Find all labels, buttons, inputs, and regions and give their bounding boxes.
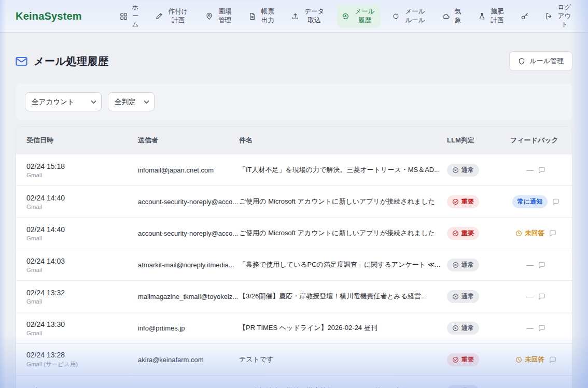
account-filter-select[interactable]: 全アカウント — [25, 92, 102, 111]
feedback-empty: — — [526, 166, 534, 174]
nav-label: 施肥計画 — [490, 7, 505, 25]
rule-management-button[interactable]: ルール管理 — [509, 51, 572, 71]
nav-item-mail-rules[interactable]: メールルール — [387, 5, 431, 27]
nav-label: 帳票出力 — [260, 7, 275, 25]
pen-icon — [155, 12, 163, 20]
table-row[interactable]: 02/24 13:28 Gmail (サービス用) akira@keinafar… — [16, 343, 572, 375]
judgment-cell: 通常 — [447, 290, 510, 303]
judgment-badge-normal: 通常 — [447, 322, 479, 335]
table-row[interactable]: 02/24 12:10 digital@kochinews.jp 四万十福祉専門… — [16, 375, 572, 388]
feedback-empty: — — [526, 292, 534, 300]
account-name: Gmail — [26, 330, 138, 336]
nav-item-fertilizer-plan[interactable]: 施肥計画 — [473, 5, 510, 27]
received-datetime: 02/24 13:30 — [26, 320, 138, 328]
account-name: Gmail — [26, 172, 138, 178]
received-cell: 02/24 13:28 Gmail (サービス用) — [26, 351, 138, 368]
judgment-badge-normal: 通常 — [447, 385, 479, 388]
comment-icon[interactable] — [538, 324, 545, 332]
judgment-cell: 重要 — [447, 353, 510, 366]
received-datetime: 02/24 13:32 — [26, 289, 138, 297]
judgment-cell: 通常 — [447, 385, 510, 388]
comment-icon[interactable] — [549, 229, 556, 237]
brand-logo[interactable]: KeinaSystem — [16, 10, 82, 22]
nav-item-data-import[interactable]: データ取込 — [287, 5, 330, 27]
account-name: Gmail — [26, 267, 138, 273]
comment-icon[interactable] — [552, 198, 559, 206]
judgment-badge-normal: 通常 — [447, 258, 479, 271]
account-name: Gmail — [26, 235, 138, 241]
main-content: メール処理履歴 ルール管理 全アカウント 全判定 受信日時 送信者 件名 LLM… — [0, 51, 588, 388]
received-datetime: 02/24 13:28 — [26, 351, 138, 359]
feedback-unanswered: 未回答 — [515, 229, 544, 238]
sender-cell: infomail@japan.cnet.com — [138, 166, 239, 174]
nav-item-weather[interactable]: 気象 — [438, 5, 466, 27]
table-row[interactable]: 02/24 13:32 Gmail mailmagazine_tkmail@to… — [16, 280, 572, 312]
history-icon — [342, 12, 349, 20]
map-pin-icon — [205, 12, 213, 20]
col-header-llm-judgment: LLM判定 — [447, 136, 510, 145]
subject-cell: ご使用の Microsoft アカウントに新しいアプリが接続されました — [239, 228, 447, 238]
nav-label: メール履歴 — [354, 7, 376, 25]
nav-item-mail-history[interactable]: メール履歴 — [337, 5, 381, 27]
judgment-filter-select[interactable]: 全判定 — [108, 92, 155, 111]
comment-icon[interactable] — [549, 356, 556, 364]
nav-item-home[interactable]: ホーム — [115, 1, 144, 32]
received-cell: 02/24 12:10 — [26, 386, 138, 388]
subject-cell: テストです — [239, 355, 447, 364]
sender-cell: info@prtimes.jp — [138, 324, 239, 332]
comment-icon[interactable] — [538, 166, 545, 174]
logout-icon — [545, 12, 553, 20]
account-name: Gmail — [26, 204, 138, 210]
col-header-feedback: フィードバック — [510, 136, 562, 145]
table-row[interactable]: 02/24 14:40 Gmail account-security-norep… — [16, 217, 572, 249]
judgment-cell: 通常 — [447, 322, 510, 335]
feedback-badge-always-notify: 常に通知 — [512, 195, 548, 208]
feedback-empty: — — [526, 324, 534, 332]
nav-item-report-output[interactable]: 帳票出力 — [244, 5, 280, 27]
upload-icon — [291, 12, 299, 20]
received-datetime: 02/24 14:40 — [26, 194, 138, 202]
sender-cell: akira@keinafarm.com — [138, 356, 239, 364]
nav-label: メールルール — [404, 7, 426, 25]
judgment-badge-important: 重要 — [447, 227, 479, 240]
key-icon — [521, 12, 529, 20]
nav-item-planting-plan[interactable]: 作付け計画 — [150, 5, 194, 27]
account-name: Gmail (サービス用) — [26, 361, 138, 368]
table-row[interactable]: 02/24 15:18 Gmail infomail@japan.cnet.co… — [16, 154, 572, 185]
nav-label: データ取込 — [303, 7, 326, 25]
received-cell: 02/24 14:40 Gmail — [26, 225, 138, 241]
subject-cell: 【3/26開催】慶応・岸教授登壇！横川電機責任者とみる経営... — [239, 292, 447, 301]
received-datetime: 02/24 14:40 — [26, 225, 138, 234]
nav-label: 気象 — [454, 7, 461, 25]
feedback-unanswered: 未回答 — [515, 355, 544, 364]
nav-item-key[interactable] — [516, 9, 534, 23]
comment-icon[interactable] — [538, 261, 545, 269]
received-datetime: 02/24 15:18 — [26, 162, 138, 170]
shield-icon — [518, 58, 525, 65]
subject-cell: ご使用の Microsoft アカウントに新しいアプリが接続されました — [239, 197, 447, 206]
page-header: メール処理履歴 ルール管理 — [16, 51, 572, 71]
comment-icon[interactable] — [538, 293, 545, 300]
feedback-cell: — — [510, 324, 562, 332]
subject-cell: 「業務で使用しているPCの満足度調査」に関するアンケート ≪... — [239, 260, 447, 269]
received-cell: 02/24 14:40 Gmail — [26, 194, 138, 210]
table-row[interactable]: 02/24 14:40 Gmail account-security-norep… — [16, 185, 572, 217]
received-datetime: 02/24 14:03 — [26, 257, 138, 265]
table-row[interactable]: 02/24 13:30 Gmail info@prtimes.jp 【PR TI… — [16, 312, 572, 343]
nav-item-field-management[interactable]: 圃場管理 — [201, 5, 237, 27]
feedback-cell: 常に通知 — [510, 195, 562, 208]
feedback-cell: — — [510, 261, 562, 269]
feedback-cell: — — [510, 166, 562, 174]
sender-cell: account-security-noreply@acco... — [138, 198, 239, 206]
col-header-received-datetime: 受信日時 — [26, 136, 138, 145]
table-row[interactable]: 02/24 14:03 Gmail atmarkit-mail@noreply.… — [16, 249, 572, 280]
subject-cell: 【PR TIMES ヘッドライン】2026-02-24 昼刊 — [239, 323, 447, 333]
top-navbar: KeinaSystem ホーム 作付け計画 圃場管理 帳票出力 データ取込 メー… — [0, 0, 588, 33]
sender-cell: mailmagazine_tkmail@toyokeiz... — [138, 293, 239, 300]
feedback-cell: 未回答 — [510, 229, 562, 238]
nav-item-logout[interactable]: ログアウト — [540, 1, 577, 32]
judgment-cell: 通常 — [447, 258, 510, 271]
feedback-cell: — — [510, 292, 562, 300]
feedback-empty: — — [526, 261, 534, 269]
received-cell: 02/24 13:30 Gmail — [26, 320, 138, 336]
